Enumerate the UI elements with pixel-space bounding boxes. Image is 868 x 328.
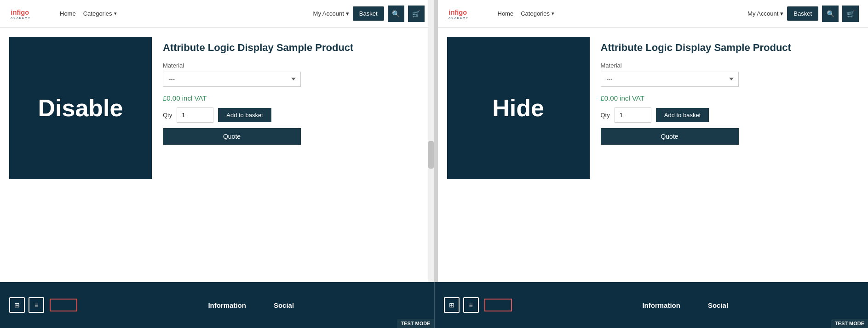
left-footer-icon-box [50, 299, 77, 311]
left-footer-list-button[interactable]: ≡ [29, 297, 44, 313]
left-footer-icons: ⊞ ≡ [9, 297, 77, 313]
right-nav-links: Home Categories [498, 10, 739, 17]
right-price: £0.00 incl VAT [601, 94, 859, 102]
left-logo[interactable]: infigo ACADEMY [9, 4, 46, 24]
left-product-details: Attribute Logic Display Sample Product M… [163, 37, 425, 273]
right-qty-label: Qty [601, 112, 610, 119]
right-product-image: Hide [447, 37, 590, 179]
right-qty-row: Qty Add to basket [601, 107, 859, 123]
right-footer-icons: ⊞ ≡ [444, 297, 512, 313]
right-test-mode-badge: TEST MODE [831, 319, 868, 328]
left-footer-grid-button[interactable]: ⊞ [9, 297, 25, 313]
right-footer-icon-box [484, 299, 512, 311]
chevron-down-icon: ▾ [346, 10, 349, 17]
right-logo[interactable]: infigo ACADEMY [447, 4, 484, 24]
left-material-select[interactable]: --- [163, 72, 301, 87]
left-product-image: Disable [9, 37, 152, 179]
left-footer-sections: Information Social [77, 301, 425, 309]
right-basket-button[interactable]: Basket [787, 6, 818, 21]
right-product-details: Attribute Logic Display Sample Product M… [601, 37, 859, 273]
left-price: £0.00 incl VAT [163, 94, 425, 102]
left-test-mode-badge: TEST MODE [397, 319, 434, 328]
right-search-button[interactable]: 🔍 [822, 6, 839, 22]
right-product-area: Hide Attribute Logic Display Sample Prod… [438, 28, 868, 282]
list-icon: ≡ [469, 301, 472, 309]
left-home-link[interactable]: Home [60, 10, 76, 17]
left-search-button[interactable]: 🔍 [388, 6, 404, 22]
right-footer-sections: Information Social [512, 301, 859, 309]
right-footer-information: Information [642, 301, 680, 309]
svg-text:infigo: infigo [448, 9, 467, 16]
left-footer-social: Social [274, 301, 294, 309]
cart-icon: 🛒 [412, 10, 420, 17]
left-footer: ⊞ ≡ Information Social TEST MODE [0, 282, 434, 328]
svg-text:ACADEMY: ACADEMY [11, 17, 31, 19]
left-basket-button[interactable]: Basket [353, 6, 384, 21]
grid-icon: ⊞ [14, 301, 20, 309]
list-icon: ≡ [34, 301, 38, 309]
right-quote-button[interactable]: Quote [601, 128, 739, 145]
search-icon: 🔍 [392, 10, 400, 17]
right-home-link[interactable]: Home [498, 10, 514, 17]
left-quote-button[interactable]: Quote [163, 128, 301, 145]
right-footer-grid-button[interactable]: ⊞ [444, 297, 460, 313]
left-qty-input[interactable] [177, 107, 213, 123]
left-qty-row: Qty Add to basket [163, 107, 425, 123]
right-qty-input[interactable] [615, 107, 651, 123]
right-my-account-button[interactable]: My Account ▾ [747, 10, 783, 17]
right-navbar: infigo ACADEMY Home Categories My Accoun… [438, 0, 868, 28]
right-product-image-text: Hide [492, 94, 544, 122]
grid-icon: ⊞ [449, 301, 454, 309]
right-footer: ⊞ ≡ Information Social TEST MODE [434, 282, 868, 328]
left-panel: infigo ACADEMY Home Categories My Accoun… [0, 0, 434, 282]
left-footer-information: Information [208, 301, 246, 309]
cart-icon: 🛒 [847, 10, 855, 17]
svg-text:ACADEMY: ACADEMY [448, 17, 469, 19]
footer: ⊞ ≡ Information Social TEST MODE ⊞ ≡ Inf… [0, 282, 868, 328]
left-nav-right: My Account ▾ Basket 🔍 🛒 [313, 6, 425, 22]
right-cart-button[interactable]: 🛒 [842, 6, 859, 22]
right-add-basket-button[interactable]: Add to basket [656, 108, 709, 122]
left-add-basket-button[interactable]: Add to basket [218, 108, 271, 122]
left-product-area: Disable Attribute Logic Display Sample P… [0, 28, 434, 282]
chevron-down-icon: ▾ [780, 10, 783, 17]
left-navbar: infigo ACADEMY Home Categories My Accoun… [0, 0, 434, 28]
left-nav-links: Home Categories [60, 10, 304, 17]
svg-text:infigo: infigo [11, 9, 29, 16]
left-categories-link[interactable]: Categories [83, 10, 117, 17]
search-icon: 🔍 [827, 10, 834, 17]
left-my-account-button[interactable]: My Account ▾ [313, 10, 349, 17]
left-scrollbar-thumb [428, 141, 434, 169]
left-product-image-text: Disable [38, 94, 123, 122]
panel-divider [434, 0, 438, 282]
right-panel: infigo ACADEMY Home Categories My Accoun… [438, 0, 868, 282]
right-footer-social: Social [708, 301, 728, 309]
right-categories-link[interactable]: Categories [521, 10, 554, 17]
right-product-title: Attribute Logic Display Sample Product [601, 41, 859, 55]
left-product-title: Attribute Logic Display Sample Product [163, 41, 425, 55]
left-cart-button[interactable]: 🛒 [408, 6, 425, 22]
right-footer-list-button[interactable]: ≡ [463, 297, 479, 313]
right-material-label: Material [601, 62, 859, 69]
right-nav-right: My Account ▾ Basket 🔍 🛒 [747, 6, 859, 22]
left-scrollbar[interactable] [428, 0, 434, 282]
left-qty-label: Qty [163, 112, 172, 119]
right-material-select[interactable]: --- [601, 72, 739, 87]
left-material-label: Material [163, 62, 425, 69]
